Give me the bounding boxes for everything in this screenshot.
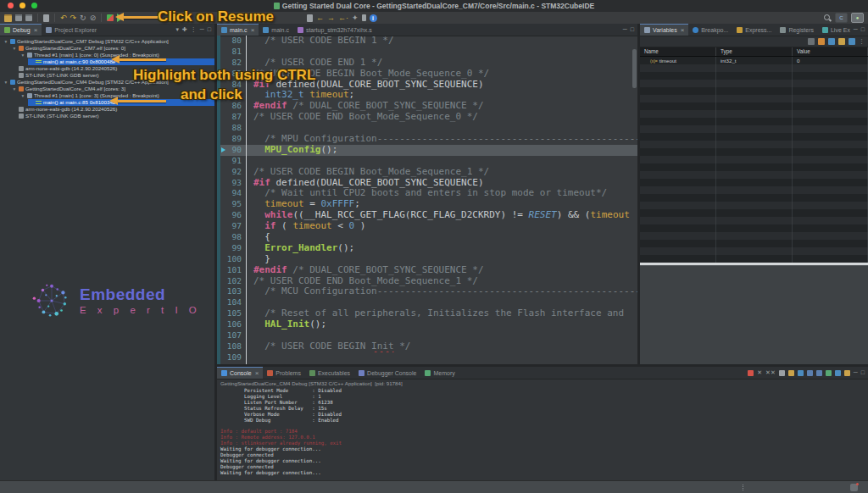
notification-icon[interactable] bbox=[850, 484, 858, 491]
collapse-all-icon[interactable] bbox=[808, 38, 815, 45]
back-history-icon[interactable]: ←· bbox=[338, 14, 348, 22]
annotation-ruler[interactable] bbox=[217, 36, 220, 364]
minimize-view-icon[interactable]: ─ bbox=[623, 24, 627, 36]
show-stderr-icon[interactable] bbox=[816, 370, 822, 376]
expand-icon[interactable]: ▾ bbox=[20, 92, 25, 99]
view-menu-icon[interactable]: ⋮ bbox=[191, 24, 197, 36]
save-icon[interactable] bbox=[15, 14, 22, 21]
debug-tree-row[interactable]: ▾GettingStartedDualCore_CM4 Debug [STM32… bbox=[0, 79, 214, 86]
maximize-view-icon[interactable]: □ bbox=[861, 24, 865, 36]
debug-tree-row[interactable]: ▾GettingStartedDualCore_CM7.elf [cores: … bbox=[0, 45, 214, 52]
expand-icon[interactable]: ▾ bbox=[3, 79, 8, 86]
editor-tab-main-c[interactable]: main.c bbox=[259, 24, 293, 36]
variable-row[interactable]: (x)=timeoutint32_t0 bbox=[640, 57, 868, 64]
editor-scrollbar[interactable] bbox=[632, 49, 637, 88]
code-line: 84#if defined(DUAL_CORE_BOOT_SYNC_SEQUEN… bbox=[217, 80, 637, 91]
step-over-icon[interactable]: ↷ bbox=[70, 14, 77, 22]
remove-launch-icon[interactable]: ✕ bbox=[757, 367, 762, 379]
close-icon[interactable]: × bbox=[251, 27, 255, 33]
column-type[interactable]: Type bbox=[716, 47, 793, 56]
close-icon[interactable]: × bbox=[34, 27, 38, 33]
variables-tab-variables[interactable]: Variables× bbox=[640, 24, 688, 36]
variable-detail-pane[interactable] bbox=[640, 265, 868, 364]
console-tab-debugger-console[interactable]: Debugger Console bbox=[354, 367, 420, 379]
pin-editor-icon[interactable] bbox=[362, 14, 366, 21]
remove-all-terminated-icon[interactable]: ✕✕ bbox=[765, 367, 776, 379]
console-tab-memory[interactable]: Memory bbox=[420, 367, 459, 379]
debug-perspective-icon[interactable]: ● bbox=[851, 13, 864, 23]
close-icon[interactable]: × bbox=[681, 27, 685, 33]
back-icon[interactable]: ← bbox=[316, 14, 324, 22]
minimize-view-icon[interactable]: ─ bbox=[854, 367, 858, 379]
last-edit-location-icon[interactable] bbox=[307, 14, 313, 22]
maximize-view-icon[interactable]: □ bbox=[631, 24, 634, 36]
link-with-editor-icon[interactable]: ▾ bbox=[175, 24, 179, 36]
debug-tree-row[interactable]: arm-none-eabi-gdb (14.2.90.20240526) bbox=[0, 65, 214, 72]
code-area[interactable]: 80 /* USER CODE BEGIN 1 */8182 /* USER C… bbox=[217, 36, 637, 364]
close-icon[interactable]: × bbox=[255, 370, 259, 376]
debug-tab-debug[interactable]: Debug× bbox=[0, 24, 42, 36]
empty-table-row bbox=[640, 186, 868, 194]
maximize-view-icon[interactable]: □ bbox=[208, 24, 211, 36]
variables-tab-registers[interactable]: Registers bbox=[776, 24, 818, 36]
expand-icon[interactable]: ▾ bbox=[12, 45, 17, 52]
editor-tab-startup-stm32h747xihx-s[interactable]: startup_stm32h747xihx.s bbox=[293, 24, 376, 36]
clear-console-icon[interactable] bbox=[779, 370, 785, 376]
build-icon[interactable] bbox=[43, 14, 49, 22]
cpp-perspective-icon[interactable]: C bbox=[835, 13, 848, 23]
expand-icon[interactable]: ▾ bbox=[3, 38, 8, 45]
import-icon[interactable] bbox=[838, 38, 845, 45]
search-icon[interactable] bbox=[823, 14, 832, 22]
minimize-view-icon[interactable]: ─ bbox=[854, 24, 858, 36]
debug-tree-row[interactable]: ST-LINK (ST-LINK GDB server) bbox=[0, 72, 214, 79]
variable-type-cell: int32_t bbox=[716, 57, 793, 64]
debug-tab-project-explorer[interactable]: Project Explorer bbox=[42, 24, 101, 36]
next-annotation-icon[interactable]: ✦ bbox=[352, 14, 359, 22]
maximize-view-icon[interactable]: □ bbox=[861, 367, 865, 379]
step-into-icon[interactable]: ↶ bbox=[60, 14, 67, 22]
debug-tree[interactable]: ▾GettingStartedDualCore_CM7 Debug [STM32… bbox=[0, 36, 214, 119]
variables-tab-breakpo-[interactable]: Breakpo... bbox=[688, 24, 732, 36]
word-wrap-icon[interactable] bbox=[798, 370, 804, 376]
export-icon[interactable] bbox=[849, 38, 855, 45]
restart-icon[interactable]: ↻ bbox=[80, 14, 86, 22]
tree-row-content: ▾GettingStartedDualCore_CM4.elf [cores: … bbox=[11, 86, 214, 92]
collapse-all-icon[interactable]: ✚ bbox=[182, 24, 187, 36]
skip-breakpoints-icon[interactable]: ⊘ bbox=[90, 14, 97, 22]
run-icon[interactable] bbox=[107, 14, 114, 21]
pin-console-icon[interactable] bbox=[826, 370, 832, 376]
editor-tab-main-c[interactable]: main.c× bbox=[217, 24, 259, 36]
show-type-names-icon[interactable] bbox=[828, 38, 835, 45]
console-tab-executables[interactable]: Executables bbox=[305, 367, 354, 379]
new-wizard-icon[interactable] bbox=[4, 14, 12, 22]
variables-tab-live-ex-[interactable]: Live Ex... bbox=[818, 24, 850, 36]
add-global-variables-icon[interactable] bbox=[818, 38, 825, 45]
forward-icon[interactable]: → bbox=[327, 14, 335, 22]
variables-tab-express-[interactable]: Express... bbox=[732, 24, 776, 36]
minimize-view-icon[interactable]: ─ bbox=[200, 24, 204, 36]
column-name[interactable]: Name bbox=[640, 47, 716, 56]
column-value[interactable]: Value bbox=[793, 47, 868, 56]
debug-tree-row[interactable]: ▾GettingStartedDualCore_CM4.elf [cores: … bbox=[0, 86, 214, 92]
debug-tree-row[interactable]: main() at main.c:90 0x800048e bbox=[0, 58, 214, 65]
debug-tree-row[interactable]: main() at main.c:85 0x8100342 bbox=[0, 99, 214, 106]
debug-tree-row[interactable]: ▾Thread #1 [main] 1 [core: 0] (Suspended… bbox=[0, 52, 214, 58]
show-stdout-icon[interactable] bbox=[807, 370, 813, 376]
info-icon[interactable]: i bbox=[370, 14, 377, 22]
console-tab-problems[interactable]: Problems bbox=[263, 367, 305, 379]
view-menu-icon[interactable]: ⋮ bbox=[859, 36, 865, 47]
scroll-lock-icon[interactable] bbox=[788, 370, 794, 376]
display-selected-console-icon[interactable] bbox=[835, 370, 841, 376]
expand-icon[interactable]: ▾ bbox=[20, 52, 25, 58]
debug-tree-row[interactable]: ST-LINK (ST-LINK GDB server) bbox=[0, 113, 214, 119]
save-all-icon[interactable] bbox=[25, 14, 32, 21]
console-output[interactable]: Persistent Mode : Disabled Logging Level… bbox=[217, 388, 868, 480]
empty-cell bbox=[793, 163, 868, 171]
debug-tree-row[interactable]: arm-none-eabi-gdb (14.2.90.20240526) bbox=[0, 106, 214, 113]
debug-tree-row[interactable]: ▾GettingStartedDualCore_CM7 Debug [STM32… bbox=[0, 38, 214, 45]
debug-tree-row[interactable]: ▾Thread #1 [main] 1 [core: 3] (Suspended… bbox=[0, 92, 214, 99]
open-console-icon[interactable] bbox=[844, 370, 850, 376]
console-tab-console[interactable]: Console× bbox=[217, 367, 263, 379]
expand-icon[interactable]: ▾ bbox=[12, 86, 17, 92]
terminate-icon[interactable] bbox=[748, 370, 754, 376]
